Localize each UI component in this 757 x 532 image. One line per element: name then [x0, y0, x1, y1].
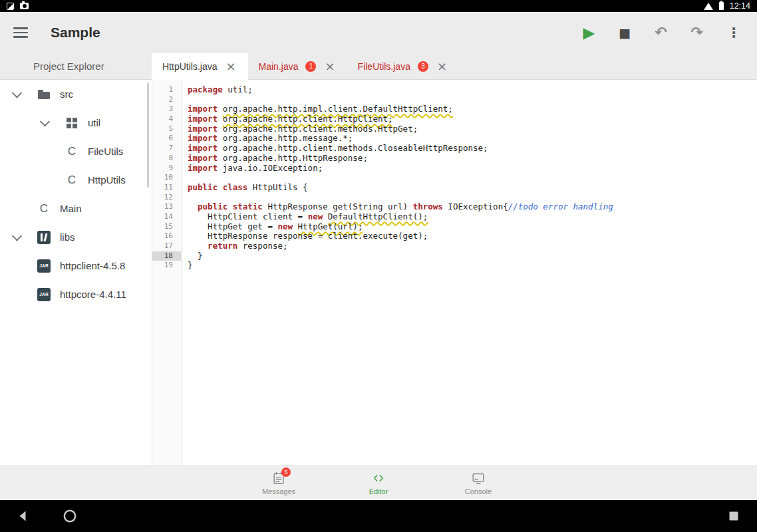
undo-button[interactable]: ↶: [651, 24, 670, 41]
code-line[interactable]: HttpResponse response = client.execute(g…: [188, 231, 757, 241]
package-icon: [65, 116, 78, 130]
chevron-down-icon[interactable]: [37, 108, 65, 137]
code-line[interactable]: public static HttpResponse get(String ur…: [188, 202, 757, 212]
folder-icon: [37, 88, 51, 101]
messages-icon: 5: [271, 471, 286, 485]
line-number: 19: [152, 261, 181, 271]
code-line[interactable]: import org.apache.http.client.HttpClient…: [188, 114, 757, 124]
jar-icon: JAR: [37, 259, 51, 273]
line-number: 18: [152, 251, 181, 261]
system-nav-bar: [0, 500, 757, 532]
status-bar: 12:14: [0, 0, 757, 12]
chevron-down-icon[interactable]: [9, 223, 37, 251]
nav-item-label: Console: [465, 487, 492, 495]
tree-item-FileUtils[interactable]: CFileUtils: [0, 137, 152, 166]
class-icon: C: [65, 174, 78, 187]
code-line[interactable]: import org.apache.http.client.methods.Cl…: [188, 144, 757, 154]
code-line[interactable]: import org.apache.http.HttpResponse;: [188, 154, 757, 164]
close-tab-icon[interactable]: ×: [323, 61, 336, 72]
app-title: Sample: [51, 25, 100, 41]
library-icon: [37, 231, 51, 244]
tree-item-httpclient-4.5.8[interactable]: JARhttpclient-4.5.8: [0, 251, 152, 280]
close-tab-icon[interactable]: ×: [224, 61, 237, 72]
line-number: 16: [152, 231, 181, 241]
code-line[interactable]: public class HttpUtils {: [188, 183, 757, 193]
tree-item-Main[interactable]: CMain: [0, 194, 152, 223]
code-line[interactable]: package util;: [188, 85, 757, 95]
nav-item-console[interactable]: Console: [450, 471, 506, 495]
menu-icon[interactable]: [13, 27, 28, 38]
tree-item-HttpUtils[interactable]: CHttpUtils: [0, 166, 152, 194]
status-bar-right: 12:14: [704, 1, 750, 11]
overflow-menu-icon[interactable]: ⋮: [724, 25, 744, 41]
line-number: 3: [152, 104, 181, 114]
code-area[interactable]: package util; import org.apache.http.imp…: [182, 80, 757, 466]
line-number: 15: [152, 222, 181, 232]
nav-item-messages[interactable]: 5Messages: [251, 471, 307, 495]
tree-item-httpcore-4.4.11[interactable]: JARhttpcore-4.4.11: [0, 280, 152, 309]
project-explorer-header: Project Explorer: [0, 53, 152, 79]
line-number: 5: [152, 124, 181, 134]
recents-button[interactable]: [720, 502, 748, 530]
chevron-down-icon[interactable]: [9, 80, 37, 108]
editor-icon: [371, 471, 386, 485]
code-line[interactable]: import java.io.IOException;: [188, 164, 757, 174]
redo-button[interactable]: ↷: [688, 24, 706, 41]
back-button[interactable]: [9, 502, 37, 530]
console-icon: [471, 471, 486, 485]
run-button[interactable]: ▶: [579, 24, 598, 42]
line-number: 11: [152, 183, 181, 193]
tab-Main.java[interactable]: Main.java1×: [248, 53, 347, 79]
tab-row: Project Explorer HttpUtils.java×Main.jav…: [0, 53, 757, 80]
tree-item-src[interactable]: src: [0, 80, 152, 108]
tree-item-label: httpcore-4.4.11: [60, 289, 126, 300]
tree-item-util[interactable]: util: [0, 108, 152, 137]
wifi-icon: [704, 3, 713, 10]
home-button[interactable]: [56, 502, 84, 530]
status-time: 12:14: [730, 1, 750, 11]
code-line[interactable]: }: [188, 251, 757, 261]
tab-bar: HttpUtils.java×Main.java1×FileUtils.java…: [152, 53, 459, 79]
nav-item-editor[interactable]: Editor: [351, 471, 406, 495]
code-editor: 12345678910111213141516171819 package ut…: [152, 80, 757, 466]
jar-icon-label: JAR: [39, 292, 49, 297]
line-number: 8: [152, 154, 181, 164]
jar-icon-label: JAR: [39, 263, 49, 268]
line-number: 4: [152, 114, 181, 124]
message-count-badge: 5: [281, 467, 291, 477]
tree-item-label: Main: [60, 203, 82, 214]
sidebar-scrollbar[interactable]: [147, 82, 149, 188]
nav-item-label: Editor: [369, 487, 388, 495]
stop-button[interactable]: ■: [615, 25, 634, 41]
code-line[interactable]: import org.apache.http.message.*;: [188, 134, 757, 144]
toolbar-actions: ▶ ■ ↶ ↷ ⋮: [579, 24, 744, 42]
nav-item-label: Messages: [262, 487, 295, 495]
code-line[interactable]: [188, 173, 757, 183]
code-line[interactable]: import org.apache.http.client.methods.Ht…: [188, 124, 757, 134]
tree-item-label: libs: [60, 231, 75, 243]
code-line[interactable]: }: [188, 261, 757, 271]
tree-item-libs[interactable]: libs: [0, 223, 152, 251]
class-icon: C: [37, 202, 51, 215]
project-explorer-tree: srcutilCFileUtilsCHttpUtilsCMainlibsJARh…: [0, 80, 152, 466]
tab-HttpUtils.java[interactable]: HttpUtils.java×: [152, 53, 248, 80]
line-number-gutter: 12345678910111213141516171819: [152, 80, 182, 466]
code-line[interactable]: return response;: [188, 241, 757, 251]
jar-icon: JAR: [37, 288, 51, 301]
class-icon: C: [65, 145, 78, 158]
code-line[interactable]: import org.apache.http.impl.client.Defau…: [188, 104, 757, 114]
status-bar-left: [7, 3, 29, 10]
app-screen: 12:14 Sample ▶ ■ ↶ ↷ ⋮ Project Explorer …: [0, 0, 757, 532]
code-line[interactable]: HttpGet get = new HttpGet(url);: [188, 222, 757, 232]
code-line[interactable]: HttpClient client = new DefaultHttpClien…: [188, 212, 757, 222]
line-number: 13: [152, 202, 181, 212]
code-line[interactable]: [188, 193, 757, 203]
tree-item-label: src: [60, 88, 73, 100]
line-number: 12: [152, 193, 181, 203]
line-number: 1: [152, 85, 181, 95]
tab-FileUtils.java[interactable]: FileUtils.java3×: [347, 53, 459, 79]
close-tab-icon[interactable]: ×: [436, 61, 448, 72]
code-line[interactable]: [188, 95, 757, 105]
camera-icon: [20, 3, 29, 9]
tree-item-label: HttpUtils: [88, 174, 126, 186]
